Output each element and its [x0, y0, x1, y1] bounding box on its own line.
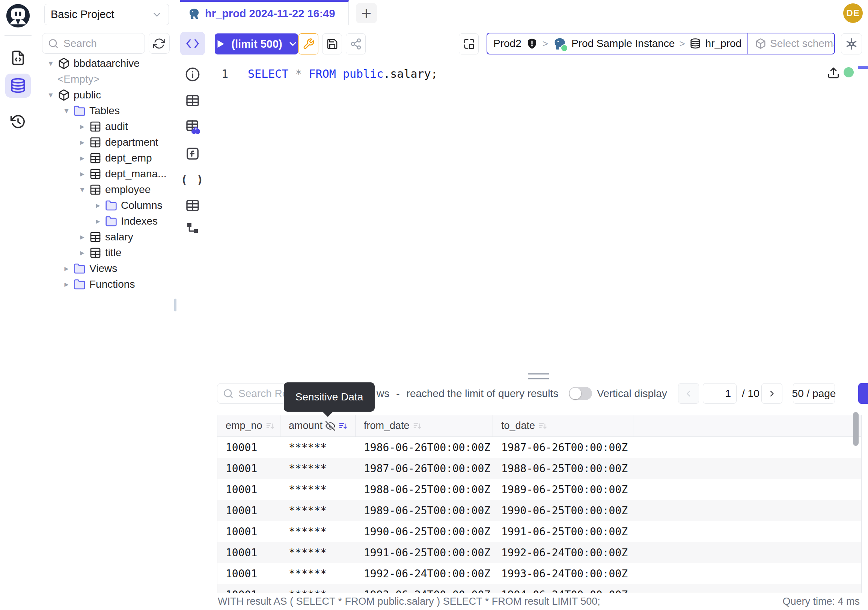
expander-right-icon[interactable]: ▸	[62, 264, 71, 273]
expander-right-icon[interactable]: ▸	[62, 279, 71, 289]
strip-item-sql-editor[interactable]	[180, 32, 205, 55]
strip-item-sensitive-table[interactable]	[180, 115, 205, 138]
expander-right-icon[interactable]: ▸	[78, 138, 87, 147]
tree-item-functions[interactable]: ▸Functions	[36, 276, 177, 292]
expander-right-icon[interactable]: ▸	[93, 200, 103, 210]
tree-item-indexes[interactable]: ▸Indexes	[36, 213, 177, 229]
tree-item-public[interactable]: ▾public	[36, 87, 177, 103]
tab-hr-prod[interactable]: hr_prod 2024-11-22 16:49	[180, 0, 349, 25]
tree-item-views[interactable]: ▸Views	[36, 261, 177, 276]
table-cell[interactable]: ******	[281, 563, 355, 584]
save-button[interactable]	[322, 33, 342, 54]
prev-page-button[interactable]	[678, 383, 699, 404]
table-cell[interactable]	[633, 521, 861, 542]
table-cell[interactable]: 10001	[217, 479, 281, 500]
panel-resize-handle[interactable]	[528, 373, 549, 379]
table-cell[interactable]: 1988-06-25T00:00:00Z	[355, 479, 493, 500]
table-cell[interactable]: 1990-06-25T00:00:00Z	[493, 500, 633, 521]
table-cell[interactable]: 1987-06-26T00:00:00Z	[493, 437, 633, 458]
tree-item-dept-emp[interactable]: ▸dept_emp	[36, 150, 177, 166]
bytebase-logo[interactable]	[5, 3, 31, 28]
expander-right-icon[interactable]: ▸	[78, 169, 87, 179]
expander-right-icon[interactable]: ▸	[78, 232, 87, 242]
table-cell[interactable]: 10001	[217, 458, 281, 479]
vertical-display-toggle[interactable]	[569, 387, 592, 400]
rail-item-database[interactable]	[5, 74, 31, 98]
table-cell[interactable]: 1993-06-24T00:00:00Z	[493, 563, 633, 584]
column-header-to_date[interactable]: to_date	[493, 415, 633, 436]
project-selector[interactable]: Basic Project	[44, 4, 169, 25]
connection-breadcrumb[interactable]: Prod2 > Prod Sample Instance > hr_prod S…	[487, 33, 835, 54]
table-cell[interactable]: ******	[281, 521, 355, 542]
table-cell[interactable]: 10001	[217, 542, 281, 563]
sort-icon[interactable]	[412, 421, 422, 431]
tree-item-audit[interactable]: ▸audit	[36, 119, 177, 135]
page-size-select[interactable]: 50 / page	[793, 383, 835, 404]
tree-item-dept-mana[interactable]: ▸dept_mana...	[36, 166, 177, 182]
table-cell[interactable]: 10001	[217, 521, 281, 542]
table-cell[interactable]	[633, 458, 861, 479]
column-header-emp_no[interactable]: emp_no	[217, 415, 281, 436]
table-cell[interactable]: 1989-06-25T00:00:00Z	[355, 500, 493, 521]
expander-down-icon[interactable]: ▾	[46, 59, 56, 68]
strip-item-schema-diagram[interactable]	[180, 217, 205, 240]
tree-item-columns[interactable]: ▸Columns	[36, 197, 177, 213]
sort-icon[interactable]	[338, 421, 348, 431]
table-cell[interactable]	[633, 437, 861, 458]
tree-item-department[interactable]: ▸department	[36, 135, 177, 150]
tree-item-empty[interactable]: <Empty>	[36, 71, 177, 87]
sort-icon[interactable]	[265, 421, 275, 431]
table-row[interactable]: 10001******1987-06-26T00:00:00Z1988-06-2…	[217, 458, 861, 479]
table-row[interactable]: 10001******1991-06-25T00:00:00Z1992-06-2…	[217, 542, 861, 563]
user-avatar[interactable]: DE	[843, 3, 863, 23]
expander-down-icon[interactable]: ▾	[62, 106, 71, 116]
expander-down-icon[interactable]: ▾	[46, 90, 56, 100]
table-cell[interactable]: 1988-06-25T00:00:00Z	[493, 458, 633, 479]
table-cell[interactable]: ******	[281, 437, 355, 458]
table-cell[interactable]: 1986-06-26T00:00:00Z	[355, 437, 493, 458]
chevron-down-icon[interactable]	[288, 39, 298, 49]
table-cell[interactable]: 1994-06-24T00:00:00Z	[493, 584, 633, 593]
table-cell[interactable]: ******	[281, 500, 355, 521]
tree-item-employee[interactable]: ▾employee	[36, 182, 177, 197]
table-row[interactable]: 10001******1993-06-24T00:00:00Z1994-06-2…	[217, 584, 861, 593]
column-header-from_date[interactable]: from_date	[355, 415, 493, 436]
table-cell[interactable]: 1992-06-24T00:00:00Z	[355, 563, 493, 584]
run-query-button[interactable]: (limit 500)	[215, 33, 298, 54]
strip-item-table-detail[interactable]	[180, 194, 205, 217]
table-cell[interactable]: 1987-06-26T00:00:00Z	[355, 458, 493, 479]
refresh-schema-button[interactable]	[149, 33, 170, 54]
table-cell[interactable]: 10001	[217, 500, 281, 521]
table-cell[interactable]: 1990-06-25T00:00:00Z	[355, 521, 493, 542]
tree-item-tables[interactable]: ▾Tables	[36, 103, 177, 119]
table-row[interactable]: 10001******1988-06-25T00:00:00Z1989-06-2…	[217, 479, 861, 500]
next-page-button[interactable]	[761, 383, 783, 404]
share-button[interactable]	[346, 33, 366, 54]
table-row[interactable]: 10001******1992-06-24T00:00:00Z1993-06-2…	[217, 563, 861, 584]
page-number-input[interactable]: 1	[703, 383, 736, 404]
table-cell[interactable]	[633, 584, 861, 593]
column-header-amount[interactable]: amount	[281, 415, 355, 436]
sort-icon[interactable]	[538, 421, 548, 431]
sql-editor[interactable]: 1 SELECT * FROM public.salary;	[209, 61, 868, 377]
table-scrollbar-thumb[interactable]	[853, 412, 859, 446]
table-cell[interactable]	[633, 563, 861, 584]
new-tab-button[interactable]: +	[356, 3, 377, 23]
table-cell[interactable]	[633, 542, 861, 563]
sidebar-search-input[interactable]: Search	[42, 33, 145, 54]
table-row[interactable]: 10001******1990-06-25T00:00:00Z1991-06-2…	[217, 521, 861, 542]
expander-right-icon[interactable]: ▸	[78, 248, 87, 258]
table-cell[interactable]	[633, 500, 861, 521]
table-cell[interactable]: 1989-06-25T00:00:00Z	[493, 479, 633, 500]
table-cell[interactable]: 1993-06-24T00:00:00Z	[355, 584, 493, 593]
table-cell[interactable]: ******	[281, 479, 355, 500]
expander-right-icon[interactable]: ▸	[93, 216, 103, 226]
batch-query-button[interactable]	[459, 33, 479, 54]
upload-icon[interactable]	[827, 67, 840, 79]
table-cell[interactable]: 10001	[217, 584, 281, 593]
table-cell[interactable]: ******	[281, 458, 355, 479]
expander-right-icon[interactable]: ▸	[78, 153, 87, 163]
tree-item-bbdataarchive[interactable]: ▾bbdataarchive	[36, 56, 177, 71]
table-row[interactable]: 10001******1986-06-26T00:00:00Z1987-06-2…	[217, 437, 861, 458]
table-cell[interactable]	[633, 479, 861, 500]
